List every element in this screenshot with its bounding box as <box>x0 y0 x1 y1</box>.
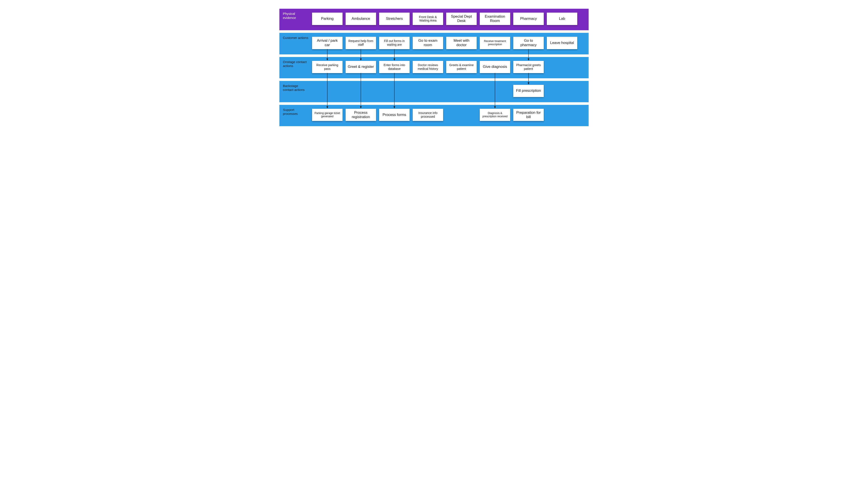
cards-row: Receive parking pass Greet & register En… <box>312 57 589 78</box>
lane-backstage: Backstage contact actions Fill prescript… <box>279 81 589 102</box>
card-preparation-bill: Preparation for bill <box>513 109 544 121</box>
lane-label: Physical evidence <box>279 9 312 20</box>
lane-physical-evidence: Physical evidence Parking Ambulance Stre… <box>279 9 589 30</box>
card-special-dept: Special Dept Desk <box>446 12 477 25</box>
lane-label: Support processes <box>279 105 312 116</box>
card-leave-hospital: Leave hospital <box>547 37 577 49</box>
card-process-registration: Process registration <box>346 109 376 121</box>
card-exam-room: Examination Room <box>480 12 510 25</box>
card-meet-doctor: Meet with doctor <box>446 37 477 49</box>
card-lab: Lab <box>547 12 577 25</box>
card-parking-ticket: Parking garage ticket generated <box>312 109 343 121</box>
card-ambulance: Ambulance <box>346 12 376 25</box>
card-request-help: Request help from staff <box>346 37 376 49</box>
card-doctor-reviews: Doctor reviews medical history <box>413 61 443 73</box>
card-diagnosis-received: Diagnosis & prescription received <box>480 109 510 121</box>
card-fill-forms: Fill out forms in waiting are <box>379 37 410 49</box>
card-greet-register: Greet & register <box>346 61 376 73</box>
service-blueprint: Physical evidence Parking Ambulance Stre… <box>279 9 589 126</box>
card-receive-prescription: Receive treatment prescription <box>480 37 510 49</box>
card-greets-examines: Greets & examine patient <box>446 61 477 73</box>
card-parking: Parking <box>312 12 343 25</box>
card-front-desk: Front Desk & Waiting Area <box>413 12 443 25</box>
cards-row: Parking garage ticket generated Process … <box>312 105 589 126</box>
card-process-forms: Process forms <box>379 109 410 121</box>
card-arrival: Arrival / park car <box>312 37 343 49</box>
card-go-pharmacy: Go to pharmacy <box>513 37 544 49</box>
lane-label: Backstage contact actions <box>279 81 312 92</box>
card-pharmacy: Pharmacy <box>513 12 544 25</box>
lane-label: Onstage contact actions <box>279 57 312 68</box>
lane-customer-actions: Customer actions Arrival / park car Requ… <box>279 33 589 54</box>
card-stretchers: Stretchers <box>379 12 410 25</box>
card-go-exam: Go to exam room <box>413 37 443 49</box>
cards-row: Arrival / park car Request help from sta… <box>312 33 589 54</box>
card-pharmacist-greets: Pharmacist greets patient <box>513 61 544 73</box>
cards-row: Parking Ambulance Stretchers Front Desk … <box>312 9 589 30</box>
lane-label: Customer actions <box>279 33 312 40</box>
card-receive-pass: Receive parking pass <box>312 61 343 73</box>
cards-row: Fill prescription <box>312 81 589 102</box>
card-insurance-processed: Insurance info processed <box>413 109 443 121</box>
lane-onstage: Onstage contact actions Receive parking … <box>279 57 589 78</box>
card-fill-prescription: Fill prescription <box>513 85 544 97</box>
card-enter-forms: Enter forms into database <box>379 61 410 73</box>
lane-support: Support processes Parking garage ticket … <box>279 105 589 126</box>
card-give-diagnosis: Give diagnosis <box>480 61 510 73</box>
